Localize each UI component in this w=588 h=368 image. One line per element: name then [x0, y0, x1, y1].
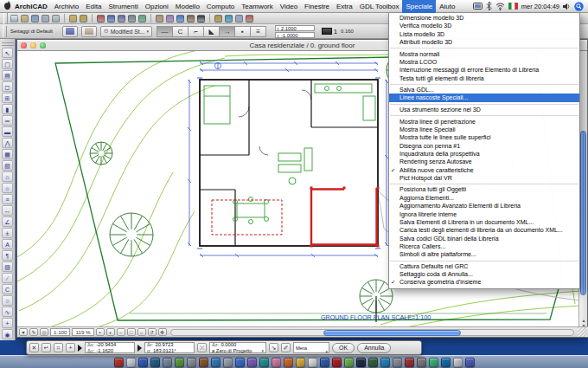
- method-dropdown[interactable]: Meta▾: [293, 342, 329, 353]
- dock-app-icon[interactable]: [441, 358, 451, 367]
- menu-item[interactable]: Carica testi degli elementi di libreria …: [389, 226, 579, 234]
- suspend-groups-icon[interactable]: [156, 15, 163, 23]
- menu-item[interactable]: Salva codici GDL binari della Libreria: [389, 235, 579, 242]
- dock-app-icon[interactable]: [332, 358, 342, 367]
- polyline-geometry-button[interactable]: ⌐: [188, 26, 204, 37]
- polar-toggle-icon[interactable]: [137, 345, 142, 352]
- menu-item[interactable]: Inquadratura della prospettiva: [389, 150, 579, 158]
- menu-item[interactable]: Cattura Defaults nel GRC: [389, 262, 579, 270]
- circle-tool-icon[interactable]: ○: [2, 295, 13, 306]
- apple-menu-icon[interactable]: [3, 1, 11, 12]
- object-tool-icon[interactable]: ⌂: [2, 171, 13, 182]
- horizontal-scrollbar[interactable]: [170, 329, 574, 336]
- menu-item[interactable]: Salva Elementi di Libreria in un documen…: [389, 218, 579, 226]
- menu-edita[interactable]: Edita: [82, 0, 105, 13]
- dock-app-icon[interactable]: [380, 358, 390, 367]
- menu-item[interactable]: Mostra tutte le linee sulle superfici: [389, 133, 579, 141]
- menu-strumenti[interactable]: Strumenti: [105, 0, 141, 13]
- menu-aiuto[interactable]: Aiuto: [436, 0, 458, 13]
- dock-app-icon[interactable]: [126, 358, 136, 367]
- dock-app-icon[interactable]: [405, 358, 414, 367]
- menu-computo[interactable]: Computo: [203, 0, 238, 13]
- dock-app-icon[interactable]: [175, 358, 184, 367]
- print-icon[interactable]: [42, 15, 49, 23]
- eraser-button[interactable]: [81, 26, 97, 37]
- wifi-icon[interactable]: [495, 3, 505, 10]
- dock-app-icon[interactable]: [163, 358, 172, 367]
- menu-item[interactable]: Simboli di altre piattaforme...: [389, 250, 579, 258]
- dock-app-icon[interactable]: [320, 358, 329, 367]
- dock-app-icon[interactable]: [211, 358, 220, 367]
- menu-item[interactable]: Rendering senza Autosave: [389, 158, 579, 165]
- menu-item[interactable]: Mostra LCOO: [389, 58, 579, 66]
- dock-app-icon[interactable]: [368, 358, 378, 367]
- menu-item[interactable]: Dimensione modello 3D: [389, 14, 579, 22]
- quick-options-arrow[interactable]: ▾: [19, 328, 28, 336]
- dock-app-icon[interactable]: [344, 358, 354, 367]
- marquee-tool-icon[interactable]: ▢: [2, 59, 13, 69]
- single-wall-button[interactable]: →: [219, 26, 235, 37]
- dock-app-icon[interactable]: [259, 358, 269, 367]
- open-project-icon[interactable]: [21, 15, 29, 23]
- dock-app-icon[interactable]: [393, 358, 402, 367]
- dock-app-icon[interactable]: [150, 358, 160, 367]
- menu-item[interactable]: Salva GDL...: [389, 86, 579, 94]
- fit-in-window-icon[interactable]: □: [127, 328, 136, 336]
- ok-button[interactable]: OK: [332, 343, 355, 353]
- volume-icon[interactable]: [563, 3, 571, 10]
- home-zoom-icon[interactable]: ⌂: [137, 328, 146, 336]
- menu-item[interactable]: ✓Conserva geometria d'insieme: [389, 278, 579, 286]
- arc-geometry-button[interactable]: C: [172, 26, 189, 37]
- dock-app-icon[interactable]: [356, 358, 366, 367]
- dock-app-icon[interactable]: [247, 358, 257, 367]
- angle-dimension-tool-icon[interactable]: ∠: [2, 216, 13, 227]
- camera-tool-icon[interactable]: ◉: [2, 329, 13, 339]
- menu-modello[interactable]: Modello: [172, 0, 203, 13]
- text-tool-icon[interactable]: A: [2, 239, 13, 249]
- elevation-icon[interactable]: ⤬: [197, 343, 207, 352]
- roof-tool-icon[interactable]: ⋀: [2, 138, 13, 148]
- horizontal-scrollbar-thumb[interactable]: [323, 330, 460, 336]
- zoom-out-icon[interactable]: −: [117, 328, 125, 336]
- menu-finestre[interactable]: Finestre: [301, 0, 333, 13]
- window-resize-grip[interactable]: [578, 327, 587, 337]
- dock-app-icon[interactable]: [308, 358, 317, 367]
- xy-coordinate-fields[interactable]: Δx:-20.9434 Δy:-1.1620: [85, 342, 135, 353]
- layer-style-dropdown[interactable]: ⊙ Modified St... ▾: [100, 26, 152, 37]
- cursor-snap-icon[interactable]: [138, 15, 146, 23]
- mesh-tool-icon[interactable]: ▦: [2, 149, 13, 159]
- dock-app-icon[interactable]: [199, 358, 208, 367]
- menu-item[interactable]: Linee nascoste Speciali...: [389, 94, 579, 101]
- dimension-tool-icon[interactable]: ↔: [2, 205, 13, 216]
- door-tool-icon[interactable]: ◻: [2, 81, 13, 92]
- tool-palette-header[interactable]: [2, 42, 14, 46]
- menu-item[interactable]: Aggiornamento Avanzato Elementi di Libre…: [389, 202, 579, 210]
- favorites-button[interactable]: [62, 26, 78, 37]
- spline-tool-icon[interactable]: ∿: [2, 307, 13, 317]
- dock-app-icon[interactable]: [114, 358, 124, 367]
- column-tool-icon[interactable]: ▮: [2, 104, 13, 114]
- dock-app-icon[interactable]: [138, 358, 148, 367]
- dock-app-icon[interactable]: [272, 358, 281, 367]
- dock-app-icon[interactable]: [417, 358, 426, 367]
- hotspot-tool-icon[interactable]: +: [2, 318, 13, 328]
- line-tool-icon[interactable]: ∕: [2, 273, 13, 283]
- menu-speciale[interactable]: Speciale: [402, 0, 436, 13]
- menu-archivio[interactable]: Archivio: [51, 0, 82, 13]
- menu-item[interactable]: Pict Hotspot dal VR: [389, 174, 579, 182]
- magnifier-icon[interactable]: ◎: [40, 328, 48, 336]
- gravity-pointer-icon[interactable]: ↘: [269, 343, 278, 352]
- polar-coordinate-fields[interactable]: Δr:20.9723 α:183.0121°: [144, 342, 195, 353]
- toolbar-grip[interactable]: [3, 13, 8, 24]
- level-dimension-tool-icon[interactable]: ±: [2, 228, 13, 238]
- zoom-indicator[interactable]: 119 %: [72, 328, 93, 336]
- menu-item[interactable]: Usa strumento sezione nel 3D: [389, 106, 579, 113]
- window-tool-icon[interactable]: ⊞: [2, 93, 13, 103]
- teamwork-icon[interactable]: [246, 15, 253, 23]
- lamp-tool-icon[interactable]: ☼: [2, 183, 13, 193]
- vertical-scrollbar-thumb[interactable]: [580, 131, 586, 295]
- menu-video[interactable]: Video: [277, 0, 301, 13]
- dock-app-icon[interactable]: [296, 358, 305, 367]
- dock-app-icon[interactable]: [429, 358, 438, 367]
- redo-icon[interactable]: [80, 15, 87, 23]
